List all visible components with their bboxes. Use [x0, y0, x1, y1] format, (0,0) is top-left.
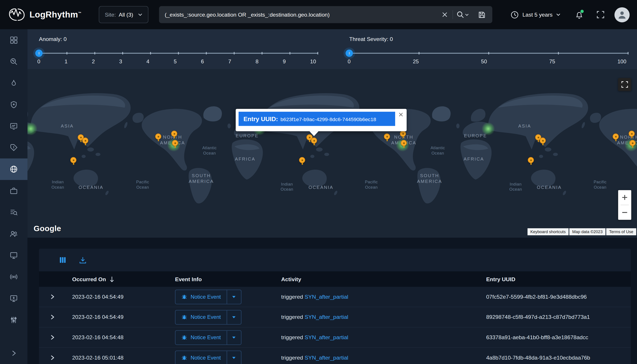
tick-mark	[178, 52, 179, 54]
popup-close-button[interactable]	[398, 111, 404, 119]
table-toolbar	[39, 249, 631, 272]
column-occurred-on[interactable]: Occurred On	[66, 276, 175, 282]
column-event-info[interactable]: Event Info	[175, 276, 281, 282]
sidebar-item-threat-activity[interactable]	[0, 72, 28, 94]
sidebar-item-cases[interactable]	[0, 180, 28, 202]
map-pin[interactable]	[613, 134, 619, 140]
user-avatar[interactable]	[614, 7, 629, 22]
row-expand-button[interactable]	[48, 312, 57, 322]
map-pin[interactable]	[628, 131, 635, 137]
map-pin[interactable]	[155, 134, 161, 140]
notice-event-button[interactable]: Notice Event	[175, 330, 241, 345]
threat-slider-track[interactable]	[349, 53, 628, 54]
notice-event-button[interactable]: Notice Event	[175, 350, 241, 364]
activity-link[interactable]: SYN_after_partial	[305, 314, 348, 320]
tick-label: 1	[65, 58, 68, 65]
tick-label: 0	[37, 58, 40, 65]
map-zoom-control	[618, 190, 631, 220]
map-pin[interactable]	[70, 157, 77, 163]
sidebar-item-dashboards[interactable]	[0, 29, 28, 51]
table-row[interactable]: 2023-02-16 04:54:49 Notice Event trigger…	[39, 287, 631, 307]
fullscreen-button[interactable]	[592, 6, 609, 22]
map-pin[interactable]	[171, 131, 177, 137]
zoom-in-button[interactable]	[618, 190, 631, 205]
row-expand-button[interactable]	[48, 332, 57, 342]
sidebar-item-health[interactable]	[0, 115, 28, 137]
notice-event-button[interactable]: Notice Event	[175, 310, 241, 324]
event-dropdown-toggle[interactable]	[227, 290, 241, 304]
table-row[interactable]: 2023-02-16 04:54:49 Notice Event trigger…	[39, 307, 631, 328]
sidebar-item-analyze[interactable]	[0, 51, 28, 72]
notifications-button[interactable]	[571, 6, 587, 22]
zoom-out-button[interactable]	[618, 205, 631, 220]
bug-icon	[181, 334, 187, 340]
event-dropdown-toggle[interactable]	[227, 310, 241, 324]
column-activity[interactable]: Activity	[281, 276, 486, 282]
site-selector[interactable]: Site: All (3)	[99, 6, 148, 23]
map-pin[interactable]	[539, 138, 546, 144]
sidebar-expand-button[interactable]	[0, 342, 28, 364]
column-label: Occurred On	[72, 276, 106, 282]
save-search-button[interactable]	[475, 8, 489, 22]
map-pin[interactable]	[401, 140, 407, 146]
sidebar-item-network-activity[interactable]	[0, 266, 28, 288]
map-pin[interactable]	[400, 131, 406, 137]
tick-label: 10	[310, 58, 316, 65]
event-label: Notice Event	[191, 314, 221, 320]
activity-link[interactable]: SYN_after_partial	[305, 355, 348, 361]
map-attribution-item[interactable]: Terms of Use	[606, 228, 636, 235]
event-dropdown-toggle[interactable]	[227, 330, 241, 344]
map-pin[interactable]	[528, 157, 534, 163]
site-label: Site:	[105, 12, 116, 18]
tick-mark	[122, 52, 123, 54]
time-range-selector[interactable]: Last 5 years	[505, 6, 566, 22]
sidebar-item-agents[interactable]	[0, 245, 28, 266]
map-pin[interactable]	[311, 138, 317, 144]
monitor-download-icon	[10, 294, 18, 303]
filters-panel: Anomaly: 0 012345678910 Threat Severity:…	[28, 29, 637, 69]
search-submit-button[interactable]	[454, 8, 472, 22]
map-attribution-item[interactable]: Map data ©2023	[569, 228, 605, 235]
map-attribution-item[interactable]: Keyboard shortcuts	[528, 228, 568, 235]
geo-map[interactable]: ASIANORTH AMERICAAtlantic OceanEUROPEAFR…	[28, 69, 637, 238]
sidebar-item-alarms[interactable]	[0, 137, 28, 158]
search-pulse-icon	[10, 57, 18, 66]
export-button[interactable]	[78, 255, 88, 265]
search-clear-button[interactable]	[438, 8, 452, 22]
event-label: Notice Event	[191, 294, 221, 300]
map-pin[interactable]	[384, 134, 390, 140]
sidebar-item-geo-map[interactable]	[0, 158, 28, 180]
logo-text: LogRhythm™	[30, 10, 81, 20]
columns-button[interactable]	[58, 255, 68, 265]
activity-link[interactable]: SYN_after_partial	[305, 294, 348, 300]
monitor-icon	[10, 251, 18, 260]
anomaly-slider-track[interactable]	[39, 53, 318, 54]
users-icon	[10, 230, 18, 238]
sidebar-item-users[interactable]	[0, 223, 28, 244]
sidebar-item-security[interactable]	[0, 94, 28, 115]
event-dropdown-toggle[interactable]	[227, 351, 241, 364]
google-logo[interactable]: Google	[34, 224, 61, 233]
map-fullscreen-button[interactable]	[618, 78, 631, 91]
row-expand-button[interactable]	[48, 292, 57, 302]
search-input[interactable]	[159, 12, 438, 18]
sidebar-item-log-search[interactable]	[0, 202, 28, 223]
column-entry-uuid[interactable]: Entry UUID	[486, 276, 631, 282]
map-pin[interactable]	[172, 140, 178, 146]
activity-link[interactable]: SYN_after_partial	[305, 334, 348, 340]
map-pin[interactable]	[82, 138, 88, 144]
table-row[interactable]: 2023-02-16 04:54:48 Notice Event trigger…	[39, 328, 631, 348]
logo: LogRhythm™	[8, 8, 82, 22]
notice-event-button[interactable]: Notice Event	[175, 290, 241, 304]
map-pin[interactable]	[299, 157, 305, 163]
tick-label: 8	[256, 58, 259, 65]
sidebar-item-settings[interactable]	[0, 309, 28, 330]
anomaly-label: Anomaly: 0	[39, 36, 67, 42]
table-row[interactable]: 2023-02-16 05:01:48 Notice Event trigger…	[39, 348, 631, 364]
logrhythm-logo-icon	[8, 8, 26, 22]
activity-cell: triggered SYN_after_partial	[281, 355, 486, 361]
tick-label: 2	[92, 58, 95, 65]
sidebar-item-endpoint[interactable]	[0, 288, 28, 309]
map-pin[interactable]	[629, 140, 636, 146]
row-expand-button[interactable]	[48, 353, 57, 363]
